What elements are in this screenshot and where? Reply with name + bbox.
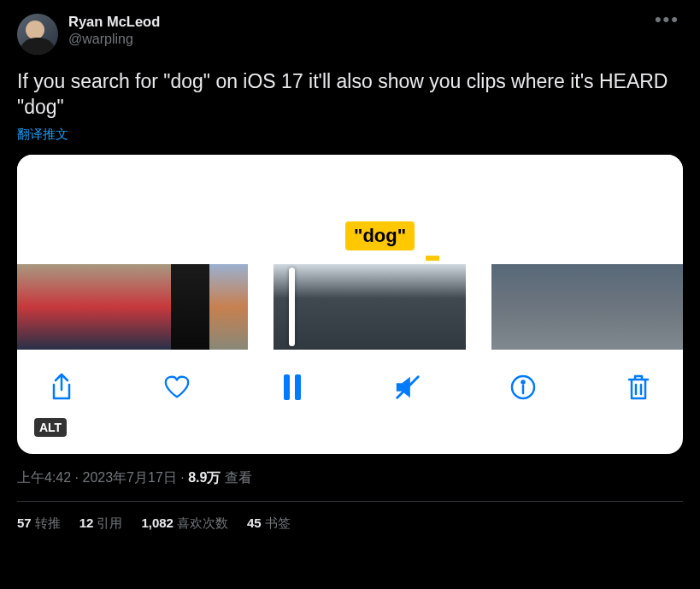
thumbnail bbox=[17, 264, 56, 350]
tweet-date[interactable]: 2023年7月17日 bbox=[82, 470, 176, 485]
caption-overlay: "dog" bbox=[345, 221, 415, 250]
scrubber-handle[interactable] bbox=[289, 268, 295, 346]
name-block: Ryan McLeod @warpling bbox=[68, 14, 160, 55]
bookmarks-stat[interactable]: 45书签 bbox=[247, 515, 291, 532]
thumbnail bbox=[338, 264, 402, 350]
media-controls bbox=[17, 350, 683, 425]
thumbnail-strip bbox=[17, 264, 683, 350]
thumbnail bbox=[94, 264, 132, 350]
thumbnail bbox=[274, 264, 338, 350]
views-count: 8.9万 bbox=[188, 470, 221, 485]
views-label[interactable]: 查看 bbox=[225, 470, 252, 485]
user-info: Ryan McLeod @warpling bbox=[17, 14, 160, 55]
info-icon[interactable] bbox=[509, 374, 537, 401]
clip-group-1[interactable] bbox=[17, 264, 248, 350]
share-icon[interactable] bbox=[48, 374, 75, 401]
thumbnail bbox=[645, 264, 683, 350]
likes-stat[interactable]: 1,082喜欢次数 bbox=[141, 515, 228, 532]
tweet-text: If you search for "dog" on iOS 17 it'll … bbox=[17, 68, 683, 120]
pause-icon[interactable] bbox=[279, 374, 306, 401]
translate-link[interactable]: 翻译推文 bbox=[17, 127, 68, 143]
user-handle[interactable]: @warpling bbox=[68, 32, 160, 47]
thumbnail bbox=[56, 264, 94, 350]
timeline-marker bbox=[426, 256, 439, 261]
mute-icon[interactable] bbox=[394, 374, 421, 401]
svg-rect-1 bbox=[295, 374, 301, 400]
thumbnail bbox=[402, 264, 466, 350]
retweets-stat[interactable]: 57转推 bbox=[17, 515, 61, 532]
tweet-time[interactable]: 上午4:42 bbox=[17, 470, 71, 485]
thumbnail bbox=[607, 264, 645, 350]
thumbnail bbox=[132, 264, 171, 350]
svg-point-4 bbox=[522, 381, 525, 384]
tweet-meta: 上午4:42 · 2023年7月17日 · 8.9万 查看 bbox=[17, 469, 683, 487]
thumbnail bbox=[171, 264, 209, 350]
thumbnail bbox=[209, 264, 248, 350]
tweet-stats: 57转推 12引用 1,082喜欢次数 45书签 bbox=[17, 502, 683, 545]
svg-rect-0 bbox=[284, 374, 290, 400]
avatar[interactable] bbox=[17, 14, 58, 55]
thumbnail bbox=[568, 264, 607, 350]
trash-icon[interactable] bbox=[625, 374, 652, 401]
display-name[interactable]: Ryan McLeod bbox=[68, 14, 160, 30]
separator: · bbox=[177, 470, 188, 485]
thumbnail bbox=[491, 264, 530, 350]
quotes-stat[interactable]: 12引用 bbox=[79, 515, 123, 532]
media-card[interactable]: "dog" bbox=[17, 155, 683, 454]
clip-group-2[interactable] bbox=[274, 264, 466, 350]
clip-group-3[interactable] bbox=[491, 264, 683, 350]
alt-badge[interactable]: ALT bbox=[34, 418, 67, 437]
tweet-container: Ryan McLeod @warpling ••• If you search … bbox=[0, 0, 700, 545]
thumbnail bbox=[530, 264, 568, 350]
heart-icon[interactable] bbox=[163, 374, 191, 401]
tweet-header: Ryan McLeod @warpling ••• bbox=[17, 14, 683, 55]
separator: · bbox=[71, 470, 82, 485]
more-icon[interactable]: ••• bbox=[651, 14, 683, 31]
